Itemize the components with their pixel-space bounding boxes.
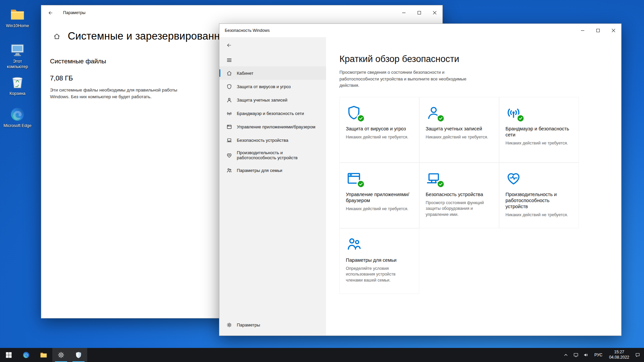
taskbar-button-edge[interactable]	[17, 348, 35, 362]
settings-page-title: Системные и зарезервированные	[68, 30, 233, 42]
tray-speaker-icon[interactable]	[581, 348, 591, 362]
security-overview: Краткий обзор безопасности Просмотрите с…	[326, 37, 621, 336]
security-overview-title: Краткий обзор безопасности	[339, 54, 621, 64]
security-window: Безопасность Windows КабинетЗащита от ви…	[219, 23, 622, 336]
taskbar-apps	[0, 348, 87, 362]
security-tile-virus[interactable]: Защита от вирусов и угрозНикаких действи…	[339, 97, 419, 163]
tile-status: Никаких действий не требуется.	[505, 140, 573, 146]
system-files-description: Эти системные файлы необходимы для прави…	[50, 87, 191, 100]
security-tile-apps[interactable]: Управление приложениями/браузеромНикаких…	[339, 163, 419, 228]
family-icon	[226, 168, 232, 173]
security-tile-grid: Защита от вирусов и угрозНикаких действи…	[339, 97, 621, 294]
tile-title: Управление приложениями/браузером	[346, 191, 413, 203]
close-button[interactable]	[606, 24, 621, 37]
sidebar-item-label: Кабинет	[237, 71, 253, 76]
desktop-icon-label: Microsoft Edge	[3, 123, 31, 129]
settings-titlebar[interactable]: Параметры	[41, 5, 442, 20]
security-tile-device[interactable]: Безопасность устройстваПросмотр состояни…	[419, 163, 499, 228]
computer-icon	[10, 42, 25, 58]
sidebar-item-apps[interactable]: Управление приложениями/браузером	[219, 120, 326, 133]
account-icon	[226, 97, 232, 103]
desktop-icon-edge[interactable]: Microsoft Edge	[2, 107, 33, 129]
taskbar: РУС 15:27 04.08.2022	[0, 348, 644, 362]
tray-chevron-up-icon[interactable]	[561, 348, 571, 362]
gear-icon	[57, 351, 65, 359]
tray-display-icon[interactable]	[571, 348, 581, 362]
security-tile-health[interactable]: Производительность и работоспособность у…	[499, 163, 579, 228]
home-icon	[226, 70, 232, 76]
sidebar-item-label: Параметры	[237, 322, 260, 327]
sidebar-item-label: Брандмауэр и безопасность сети	[237, 111, 304, 116]
clock-date: 04.08.2022	[609, 355, 629, 360]
maximize-button[interactable]	[412, 5, 427, 20]
tile-status: Никаких действий не требуется.	[346, 206, 413, 212]
tile-status: Определяйте условия использования устрой…	[346, 266, 413, 284]
security-overview-subtitle: Просмотрите сведения о состоянии безопас…	[339, 69, 472, 89]
status-ok-check-icon	[358, 181, 364, 187]
sidebar-item-label: Защита от вирусов и угроз	[237, 84, 291, 89]
folder-icon	[10, 7, 25, 22]
sidebar-item-label: Управление приложениями/браузером	[237, 124, 315, 129]
tile-status: Просмотр состояния функций защиты оборуд…	[426, 200, 493, 218]
status-ok-check-icon	[517, 115, 524, 122]
apps-icon	[226, 124, 232, 130]
security-tile-account[interactable]: Защита учетных записейНикаких действий н…	[419, 97, 499, 163]
security-titlebar[interactable]: Безопасность Windows	[219, 24, 621, 37]
language-indicator[interactable]: РУС	[591, 348, 606, 362]
back-icon[interactable]	[48, 10, 53, 15]
tile-status: Никаких действий не требуется.	[505, 212, 573, 218]
clock[interactable]: 15:27 04.08.2022	[606, 350, 633, 360]
health-icon	[226, 153, 232, 158]
desktop-icon-label: Корзина	[9, 91, 25, 97]
sidebar-item-health[interactable]: Производительность и работоспособность у…	[219, 147, 326, 164]
desktop-icon-this-pc[interactable]: Этот компьютер	[2, 42, 33, 69]
sidebar-item-family[interactable]: Параметры для семьи	[219, 164, 326, 177]
tile-status: Никаких действий не требуется.	[426, 134, 493, 140]
action-center-icon[interactable]	[633, 348, 643, 362]
clock-time: 15:27	[609, 350, 629, 355]
taskbar-button-settings[interactable]	[52, 348, 70, 362]
tile-title: Защита от вирусов и угроз	[346, 126, 413, 132]
taskbar-button-security[interactable]	[70, 348, 87, 362]
window-controls	[396, 5, 442, 20]
hamburger-menu-icon[interactable]	[226, 57, 232, 63]
sidebar-item-device[interactable]: Безопасность устройства	[219, 133, 326, 147]
sidebar-item-virus[interactable]: Защита от вирусов и угроз	[219, 80, 326, 93]
edge-icon	[22, 351, 30, 359]
desktop-icon-label: Этот компьютер	[2, 59, 33, 69]
security-tile-family[interactable]: Параметры для семьиОпределяйте условия и…	[339, 228, 419, 294]
sidebar-item-settings[interactable]: Параметры	[219, 318, 326, 331]
device-icon	[226, 137, 232, 143]
shield-icon	[226, 84, 232, 89]
maximize-button[interactable]	[590, 24, 606, 37]
home-icon[interactable]	[53, 33, 60, 40]
sidebar-item-label: Защита учетных записей	[237, 98, 287, 103]
back-icon[interactable]	[226, 43, 232, 48]
status-ok-check-icon	[358, 115, 364, 122]
close-button[interactable]	[427, 5, 442, 20]
security-tile-firewall[interactable]: Брандмауэр и безопасность сетиНикаких де…	[499, 97, 579, 163]
recycle-bin-icon	[10, 74, 25, 90]
minimize-button[interactable]	[396, 5, 412, 20]
tile-title: Брандмауэр и безопасность сети	[505, 126, 573, 138]
desktop-icon-label: Win10Home	[6, 23, 29, 29]
edge-icon	[10, 107, 25, 122]
sidebar-item-label: Безопасность устройства	[237, 138, 288, 143]
folder-icon	[40, 351, 47, 359]
sidebar-item-firewall[interactable]: Брандмауэр и безопасность сети	[219, 107, 326, 120]
status-ok-check-icon	[437, 115, 444, 122]
sidebar-item-account[interactable]: Защита учетных записей	[219, 93, 326, 107]
settings-window-title: Параметры	[63, 10, 86, 15]
desktop-icon-recycle-bin[interactable]: Корзина	[2, 74, 33, 97]
family-icon	[346, 236, 362, 252]
taskbar-button-file-explorer[interactable]	[35, 348, 52, 362]
minimize-button[interactable]	[575, 24, 590, 37]
sidebar-item-home[interactable]: Кабинет	[219, 66, 326, 80]
sidebar-item-label: Параметры для семьи	[237, 168, 282, 173]
security-sidebar: КабинетЗащита от вирусов и угрозЗащита у…	[219, 37, 326, 336]
tile-title: Безопасность устройства	[426, 191, 493, 197]
tile-title: Производительность и работоспособность у…	[505, 191, 573, 209]
desktop-icon-win10home[interactable]: Win10Home	[2, 7, 33, 29]
taskbar-button-start[interactable]	[0, 348, 17, 362]
health-icon	[505, 170, 522, 186]
